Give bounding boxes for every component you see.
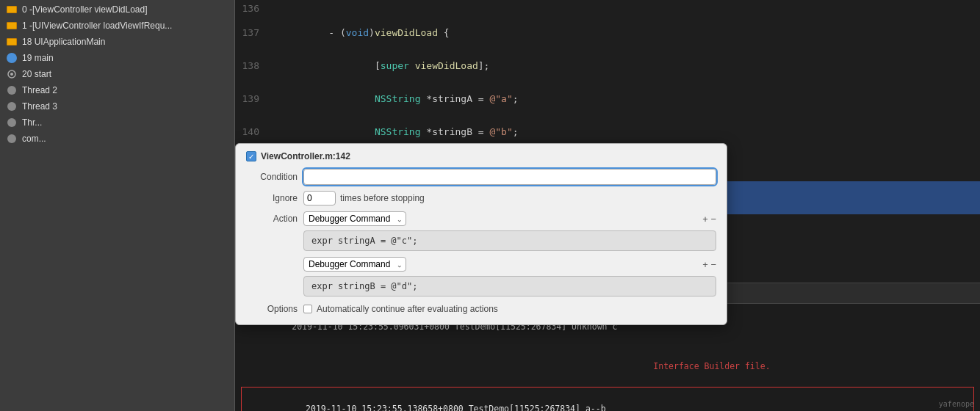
sidebar-item-frame19[interactable]: 19 main	[0, 50, 234, 66]
bp-condition-label: Condition	[246, 172, 298, 182]
console-text-2: 2019-11-10 15:23:55.138658+0800 TestDemo…	[306, 404, 606, 411]
console-line-1: Interface Builder file.	[241, 346, 974, 386]
bp-condition-input[interactable]	[303, 169, 716, 185]
console-text-1: Interface Builder file.	[496, 361, 771, 371]
sidebar-item-label: 18 UIApplicationMain	[22, 37, 105, 47]
main-container: 0 -[ViewController viewDidLoad] 1 -[UIVi…	[0, 0, 980, 411]
code-line-137: 137 - (void)viewDidLoad {	[235, 16, 980, 49]
sidebar: 0 -[ViewController viewDidLoad] 1 -[UIVi…	[0, 0, 235, 411]
bp-command-box2[interactable]: expr stringB = @"d";	[303, 276, 716, 297]
sidebar-item-thread3[interactable]: Thread 3	[0, 98, 234, 114]
code-content-137: - (void)viewDidLoad {	[268, 16, 450, 49]
sidebar-item-label: Thread 2	[22, 85, 57, 95]
bp-ignore-label: Ignore	[246, 193, 298, 203]
thread-icon	[6, 117, 18, 128]
gear-icon	[6, 68, 18, 80]
thread-icon	[6, 84, 18, 96]
bp-action-label: Action	[246, 214, 298, 224]
bp-enable-checkbox[interactable]	[246, 151, 256, 161]
thread-icon	[6, 101, 18, 112]
sidebar-item-frame18[interactable]: 18 UIApplicationMain	[0, 34, 234, 50]
frame-icon	[6, 36, 18, 48]
bp-times-label: times before stopping	[340, 193, 425, 203]
watermark: yafenope	[939, 400, 974, 408]
sidebar-item-frame0[interactable]: 0 -[ViewController viewDidLoad]	[0, 1, 234, 18]
frame-icon	[6, 20, 18, 32]
bp-action-row2: Debugger Command + −	[246, 257, 716, 272]
console-highlighted-block: 2019-11-10 15:23:55.138658+0800 TestDemo…	[241, 387, 974, 411]
code-content-138: [super viewDidLoad];	[268, 49, 489, 82]
bp-command-box1[interactable]: expr stringA = @"c";	[303, 230, 716, 251]
code-content-139: NSString *stringA = @"a";	[268, 82, 519, 115]
breakpoint-popup: ViewController.m:142 Condition Ignore ti…	[235, 143, 727, 325]
console-line-2: 2019-11-10 15:23:55.138658+0800 TestDemo…	[245, 389, 970, 411]
sidebar-item-label: Thread 3	[22, 101, 57, 112]
bp-header: ViewController.m:142	[246, 151, 716, 161]
bp-options-checkbox[interactable]	[303, 305, 312, 313]
bp-condition-row: Condition	[246, 169, 716, 185]
person-icon	[6, 52, 18, 64]
sidebar-item-label: 19 main	[22, 53, 54, 63]
line-num-139: 139	[235, 93, 268, 104]
code-line-138: 138 [super viewDidLoad];	[235, 49, 980, 82]
bp-add-remove1[interactable]: + −	[702, 214, 716, 225]
frame-icon	[6, 4, 18, 15]
sidebar-item-frame1[interactable]: 1 -[UIViewController loadViewIfRequ...	[0, 18, 234, 34]
bp-add-remove2[interactable]: + −	[702, 259, 716, 270]
code-panel: 136 137 - (void)viewDidLoad { 138 [super…	[235, 0, 980, 411]
bp-select-wrapper1: Debugger Command	[303, 211, 406, 226]
line-num-136: 136	[235, 3, 268, 14]
bp-title: ViewController.m:142	[261, 151, 350, 161]
bp-ignore-row: Ignore times before stopping	[246, 191, 716, 205]
sidebar-item-label: 20 start	[22, 69, 51, 79]
bp-select-wrapper2: Debugger Command	[303, 257, 406, 272]
bp-options-label: Options	[246, 304, 298, 314]
line-num-140: 140	[235, 126, 268, 137]
sidebar-item-label: 0 -[ViewController viewDidLoad]	[22, 4, 148, 15]
sidebar-item-label: Thr...	[22, 117, 42, 128]
bp-action-select1[interactable]: Debugger Command	[303, 211, 406, 226]
sidebar-item-thr[interactable]: Thr...	[0, 114, 234, 131]
sidebar-item-frame20[interactable]: 20 start	[0, 66, 234, 82]
line-num-137: 137	[235, 27, 268, 38]
svg-point-1	[10, 73, 13, 76]
bp-options-row: Options Automatically continue after eva…	[246, 304, 716, 314]
bp-action-row1: Action Debugger Command + −	[246, 211, 716, 226]
bp-options-text: Automatically continue after evaluating …	[317, 304, 498, 314]
code-line-139: 139 NSString *stringA = @"a";	[235, 82, 980, 115]
sidebar-item-thread2[interactable]: Thread 2	[0, 82, 234, 98]
thread-icon	[6, 133, 18, 145]
sidebar-item-label: 1 -[UIViewController loadViewIfRequ...	[22, 21, 172, 31]
bp-ignore-stepper[interactable]	[303, 191, 336, 205]
line-num-138: 138	[235, 60, 268, 71]
bp-action-select2[interactable]: Debugger Command	[303, 257, 406, 272]
sidebar-item-com[interactable]: com...	[0, 131, 234, 147]
code-line-136: 136	[235, 0, 980, 16]
sidebar-item-label: com...	[22, 134, 46, 144]
